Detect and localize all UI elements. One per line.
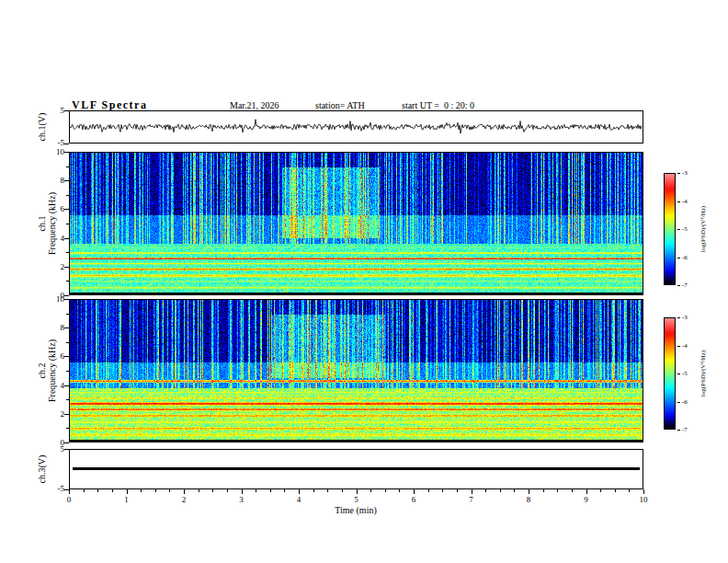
- y-tick-mark: [64, 180, 69, 181]
- colorbar-tick-label: -6: [682, 398, 688, 406]
- ch2-frequency-axis-label: ch.2 Frequency (kHz): [37, 339, 57, 402]
- y-tick-label: 2: [40, 262, 64, 271]
- x-tick-label: 7: [469, 495, 473, 504]
- x-tick-label: 3: [239, 495, 244, 504]
- x-minor-tick-mark: [557, 489, 558, 492]
- x-tick-mark: [472, 489, 472, 494]
- x-minor-tick-mark: [457, 489, 458, 492]
- y-tick-mark: [64, 295, 69, 296]
- x-minor-tick-mark: [112, 489, 113, 492]
- colorbar-tick-mark: [677, 373, 680, 374]
- y-minor-tick-mark: [66, 252, 69, 253]
- y-minor-tick-mark: [66, 371, 69, 372]
- x-minor-tick-mark: [615, 489, 616, 492]
- y-tick-label: 4: [40, 234, 64, 243]
- figure-date: Mar.21, 2026: [230, 100, 279, 110]
- ch2-spectrogram-panel: [69, 299, 643, 442]
- colorbar-tick-mark: [677, 317, 680, 318]
- ch1-axis-channel-label: ch.1: [37, 216, 47, 232]
- ch2-axis-channel-label: ch.2: [37, 363, 47, 379]
- x-tick-mark: [69, 489, 70, 494]
- colorbar-tick-label: -5: [682, 370, 688, 377]
- x-minor-tick-mark: [155, 489, 156, 492]
- x-tick-mark: [357, 489, 358, 494]
- ch3-flat-line: [73, 467, 640, 470]
- x-tick-label: 1: [124, 495, 129, 504]
- colorbar-tick-label: -7: [682, 282, 688, 289]
- x-minor-tick-mark: [485, 489, 486, 492]
- x-tick-mark: [414, 489, 415, 494]
- colorbar-tick-label: -5: [682, 225, 688, 233]
- x-minor-tick-mark: [385, 489, 386, 492]
- x-minor-tick-mark: [500, 489, 501, 492]
- y-minor-tick-mark: [66, 224, 69, 224]
- colorbar-tick-mark: [677, 229, 680, 230]
- y-tick-mark: [64, 110, 69, 111]
- ch1-axis-frequency-label: Frequency (kHz): [47, 192, 57, 255]
- x-tick-mark: [529, 489, 529, 494]
- colorbar-tick-label: -7: [682, 426, 688, 433]
- y-tick-label: 8: [40, 176, 64, 185]
- y-tick-label: 10: [40, 147, 64, 156]
- y-tick-label: 6: [40, 351, 64, 361]
- colorbar-tick-mark: [677, 258, 680, 259]
- y-minor-tick-mark: [66, 167, 69, 167]
- x-tick-label: 2: [182, 495, 187, 504]
- y-tick-label: 4: [40, 381, 64, 390]
- y-tick-mark: [64, 144, 69, 144]
- ch1-colorbar-label: log(PSD)/(V²/Hz): [700, 206, 707, 252]
- colorbar-tick-mark: [677, 346, 680, 347]
- x-tick-mark: [184, 489, 185, 494]
- y-tick-mark: [64, 442, 69, 443]
- y-tick-mark: [64, 385, 69, 386]
- y-tick-label: 2: [40, 409, 64, 419]
- ch1-spectrogram-canvas: [70, 153, 643, 294]
- y-minor-tick-mark: [66, 195, 69, 196]
- colorbar-tick-mark: [677, 285, 680, 286]
- y-minor-tick-mark: [66, 428, 69, 429]
- y-tick-mark: [64, 327, 69, 328]
- ch1-frequency-axis-label: ch.1 Frequency (kHz): [37, 192, 57, 255]
- colorbar-tick-mark: [677, 201, 680, 202]
- y-tick-mark: [64, 449, 69, 450]
- x-tick-label: 10: [640, 495, 648, 504]
- x-minor-tick-mark: [256, 489, 256, 492]
- x-minor-tick-mark: [141, 489, 142, 492]
- x-minor-tick-mark: [572, 489, 573, 492]
- y-tick-label: 6: [40, 204, 64, 213]
- ch3-voltage-axis-label: ch.3(V): [37, 455, 47, 484]
- ch1-wave-ytick-top: 5: [40, 106, 64, 115]
- x-minor-tick-mark: [212, 489, 213, 492]
- vlf-spectra-figure: VLF Spectra Mar.21, 2026 station= ATH st…: [0, 0, 728, 563]
- y-minor-tick-mark: [66, 399, 69, 400]
- y-minor-tick-mark: [66, 314, 69, 315]
- x-minor-tick-mark: [313, 489, 314, 492]
- colorbar-tick-label: -3: [682, 314, 688, 321]
- ch1-spectrogram-panel: [69, 152, 643, 295]
- ch1-wave-ytick-bottom: -5: [40, 138, 64, 147]
- colorbar-tick-label: -4: [682, 342, 688, 350]
- x-tick-mark: [242, 489, 243, 494]
- ch1-voltage-axis-label: ch.1(V): [37, 113, 47, 142]
- x-tick-label: 5: [354, 495, 358, 504]
- colorbar-tick-mark: [677, 430, 680, 431]
- y-tick-mark: [64, 267, 69, 268]
- ch2-axis-frequency-label: Frequency (kHz): [47, 339, 57, 402]
- colorbar-tick-label: -4: [682, 198, 688, 205]
- x-minor-tick-mark: [600, 489, 601, 492]
- x-minor-tick-mark: [327, 489, 328, 492]
- x-minor-tick-mark: [428, 489, 429, 492]
- y-tick-mark: [64, 299, 69, 300]
- colorbar-tick-mark: [677, 402, 680, 403]
- x-tick-label: 9: [584, 495, 588, 504]
- x-tick-mark: [299, 489, 300, 494]
- x-minor-tick-mark: [543, 489, 544, 492]
- x-minor-tick-mark: [442, 489, 443, 492]
- ch1-waveform-panel: [69, 110, 643, 144]
- ch1-colorbar-canvas: [665, 174, 675, 284]
- time-axis-label: Time (min): [335, 505, 376, 515]
- x-minor-tick-mark: [84, 489, 85, 492]
- x-minor-tick-mark: [399, 489, 400, 492]
- x-minor-tick-mark: [169, 489, 170, 492]
- ch2-colorbar-canvas: [665, 318, 675, 429]
